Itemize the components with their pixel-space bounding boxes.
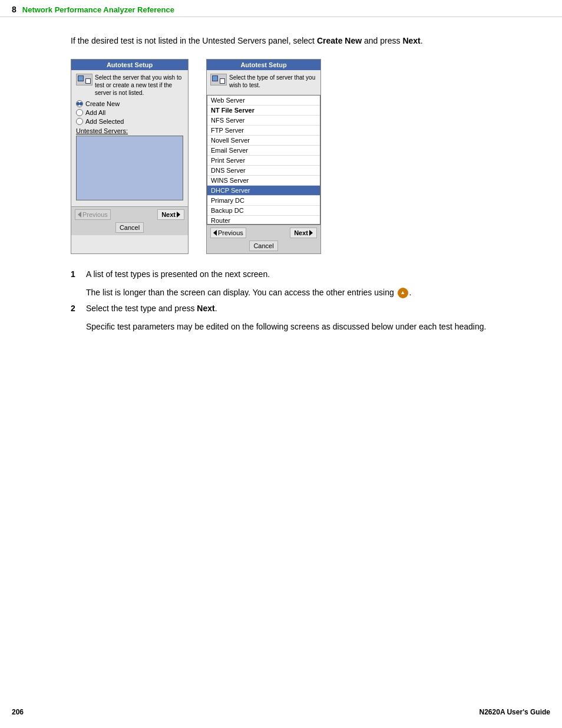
page-header: 8 Network Performance Analyzer Reference (0, 0, 562, 17)
server-item-dhcp[interactable]: DHCP Server (207, 186, 320, 196)
left-panel-icon-text: Select the server that you wish to test … (95, 74, 183, 97)
untested-servers-list[interactable] (76, 136, 183, 200)
server-item-dns[interactable]: DNS Server (207, 166, 320, 176)
left-prev-label: Previous (82, 211, 108, 218)
footer-product-name: N2620A User's Guide (480, 708, 550, 716)
radio-create-new-circle (76, 100, 83, 107)
right-prev-triangle (213, 230, 217, 236)
right-next-label: Next (294, 229, 308, 236)
right-cancel-button[interactable]: Cancel (249, 241, 277, 251)
main-content: If the desired test is not listed in the… (0, 17, 562, 357)
radio-add-selected-circle (76, 118, 83, 125)
chapter-title: Network Performance Analyzer Reference (22, 5, 174, 14)
item-1-sub: The list is longer than the screen can d… (86, 286, 538, 299)
right-panel-footer: Previous Next Cancel (207, 225, 320, 253)
right-panel-title: Autotest Setup (207, 60, 320, 70)
radio-add-all[interactable]: Add All (76, 109, 183, 116)
intro-paragraph: If the desired test is not listed in the… (71, 35, 538, 47)
dialog-panels-row: Autotest Setup Select the server that yo… (71, 59, 538, 254)
left-panel-icon (76, 74, 92, 85)
item-2-text: Select the test type and press Next. (86, 302, 538, 315)
server-type-list[interactable]: Web Server NT File Server NFS Server FTP… (207, 95, 320, 225)
right-cancel-label: Cancel (253, 242, 273, 249)
right-panel-body: Select the type of server that you wish … (207, 70, 320, 225)
left-panel-footer: Previous Next Cancel (71, 206, 188, 235)
server-item-nt-file[interactable]: NT File Server (207, 106, 320, 116)
radio-group: Create New Add All Add Selected (76, 100, 183, 125)
intro-bold-2: Next (402, 36, 420, 45)
server-item-novell[interactable]: Novell Server (207, 136, 320, 146)
chapter-number: 8 (12, 5, 16, 14)
right-prev-label: Previous (218, 229, 243, 236)
intro-bold-1: Create New (317, 36, 362, 45)
item-2-bold: Next (197, 304, 214, 313)
radio-create-new-label: Create New (85, 100, 120, 107)
left-prev-button[interactable]: Previous (75, 209, 111, 220)
right-dialog-panel: Autotest Setup Select the type of server… (206, 59, 321, 254)
left-cancel-label: Cancel (120, 224, 140, 231)
left-next-button[interactable]: Next (157, 209, 184, 220)
left-panel-title: Autotest Setup (71, 60, 188, 70)
radio-add-selected[interactable]: Add Selected (76, 118, 183, 125)
intro-text-2: and press (362, 36, 402, 45)
header-left: 8 Network Performance Analyzer Reference (12, 5, 174, 14)
item-2-sub: Specific test parameters may be edited o… (86, 321, 538, 333)
server-item-router[interactable]: Router (207, 216, 320, 225)
right-panel-icon (210, 74, 227, 85)
left-next-label: Next (161, 211, 176, 218)
server-item-email[interactable]: Email Server (207, 146, 320, 156)
scroll-icon (398, 288, 408, 298)
left-panel-icon-row: Select the server that you wish to test … (76, 74, 183, 97)
left-next-triangle (177, 212, 180, 218)
server-item-nfs[interactable]: NFS Server (207, 116, 320, 126)
numbered-item-1: 1 A list of test types is presented on t… (71, 268, 538, 281)
server-item-wins[interactable]: WINS Server (207, 176, 320, 186)
numbered-list: 1 A list of test types is presented on t… (71, 268, 538, 333)
right-prev-button[interactable]: Previous (210, 228, 246, 238)
right-next-triangle (309, 230, 313, 236)
footer-page-number: 206 (12, 708, 24, 716)
radio-create-new[interactable]: Create New (76, 100, 183, 107)
untested-servers-label: Untested Servers: (76, 127, 183, 134)
left-dialog-panel: Autotest Setup Select the server that yo… (71, 59, 189, 254)
right-next-button[interactable]: Next (290, 228, 317, 238)
page-footer: 206 N2620A User's Guide (0, 708, 562, 716)
item-1-text: A list of test types is presented on the… (86, 268, 538, 281)
server-item-web[interactable]: Web Server (207, 95, 320, 106)
left-prev-triangle (78, 212, 81, 218)
server-item-backup-dc[interactable]: Backup DC (207, 206, 320, 216)
right-panel-icon-row: Select the type of server that you wish … (207, 74, 320, 91)
left-cancel-button[interactable]: Cancel (115, 222, 144, 233)
left-panel-body: Select the server that you wish to test … (71, 70, 188, 206)
intro-text-1: If the desired test is not listed in the… (71, 36, 317, 45)
radio-add-selected-label: Add Selected (85, 118, 124, 125)
radio-add-all-label: Add All (85, 109, 105, 116)
right-panel-icon-text: Select the type of server that you wish … (229, 74, 317, 89)
radio-add-all-circle (76, 109, 83, 116)
numbered-item-2: 2 Select the test type and press Next. (71, 302, 538, 315)
intro-text-3: . (421, 36, 423, 45)
item-1-number: 1 (71, 268, 80, 281)
item-2-number: 2 (71, 302, 80, 315)
server-item-ftp[interactable]: FTP Server (207, 126, 320, 136)
server-item-primary-dc[interactable]: Primary DC (207, 196, 320, 206)
server-item-print[interactable]: Print Server (207, 156, 320, 166)
